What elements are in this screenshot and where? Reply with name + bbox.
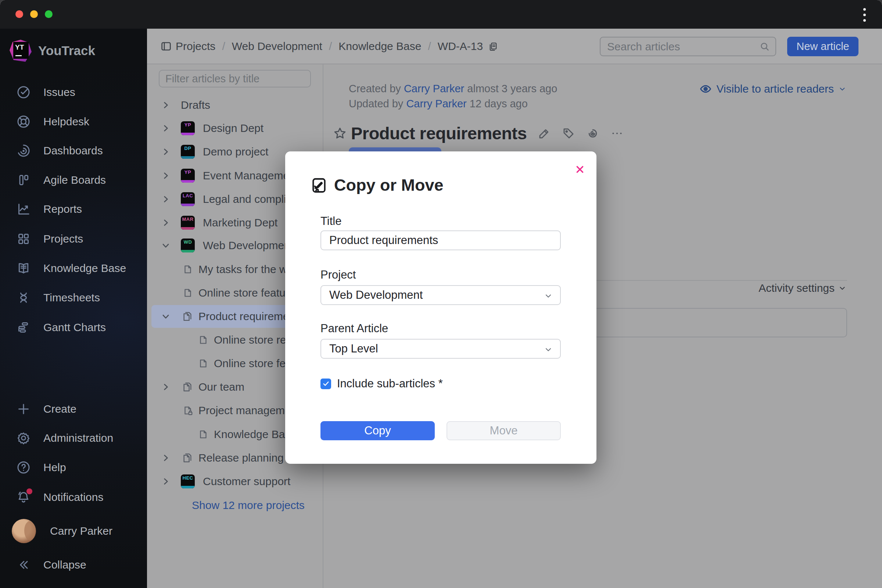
article-pages-icon <box>182 310 193 322</box>
sidebar-item-issues[interactable]: Issues <box>0 78 147 107</box>
panel-toggle-icon[interactable] <box>160 40 172 52</box>
filter-placeholder: Filter articles by title <box>165 73 260 85</box>
search-input[interactable]: Search articles <box>600 37 776 56</box>
sidebar-item-dashboards[interactable]: Dashboards <box>0 136 147 165</box>
article-pages-icon <box>182 381 193 393</box>
title-field[interactable]: Product requirements <box>321 230 561 250</box>
project-avatar: LAC <box>181 192 195 206</box>
sidebar-item-profile[interactable]: Carry Parker <box>0 516 147 546</box>
hourglass-icon <box>15 290 32 306</box>
article-page-icon <box>198 334 209 345</box>
collapse-chevrons-icon <box>15 557 32 573</box>
check-circle-icon <box>15 84 32 100</box>
project-field-label: Project <box>321 268 356 282</box>
activity-settings-button[interactable]: Activity settings <box>759 282 846 294</box>
sidebar-item-collapse[interactable]: Collapse <box>0 550 147 579</box>
close-icon[interactable] <box>574 164 585 175</box>
avatar <box>12 519 36 543</box>
project-select[interactable]: Web Development <box>321 285 561 305</box>
dialog-title: Copy or Move <box>334 176 444 195</box>
breadcrumb-article-id[interactable]: WD-A-13 <box>438 40 483 52</box>
edit-pencil-icon[interactable] <box>538 127 551 140</box>
chevron-down-icon <box>838 284 846 292</box>
grid-squares-icon <box>15 231 32 247</box>
sidebar-item-projects[interactable]: Projects <box>0 224 147 254</box>
move-button[interactable]: Move <box>447 421 561 440</box>
close-window-button[interactable] <box>15 10 23 18</box>
breadcrumb-projects[interactable]: Projects <box>176 40 215 52</box>
plus-icon <box>15 401 32 417</box>
article-pages-icon <box>182 452 193 464</box>
copy-button[interactable]: Copy <box>321 421 435 440</box>
more-actions-icon[interactable] <box>610 127 624 140</box>
sidebar-item-administration[interactable]: Administration <box>0 423 147 453</box>
open-book-icon <box>15 260 32 276</box>
tree-item-drafts[interactable]: Drafts <box>147 94 323 117</box>
gauge-spiral-icon <box>15 142 32 159</box>
tree-item-customer-support[interactable]: HEC Customer support <box>147 470 323 493</box>
updated-meta: Updated by Carry Parker 12 days ago <box>349 98 528 110</box>
sidebar-item-reports[interactable]: Reports <box>0 194 147 224</box>
tree-item-design-dept[interactable]: YP Design Dept <box>147 117 323 140</box>
project-avatar: HEC <box>181 474 195 488</box>
sidebar: YT YouTrack Issues Helpdesk Dashboards A… <box>0 28 147 588</box>
show-more-projects-link[interactable]: Show 12 more projects <box>192 494 304 517</box>
bell-icon <box>15 489 32 506</box>
youtrack-logo-icon[interactable]: YT <box>9 39 33 63</box>
copy-move-article-icon <box>310 177 327 194</box>
chevron-right-icon[interactable] <box>161 453 171 463</box>
fullscreen-window-button[interactable] <box>45 10 52 18</box>
mention-icon[interactable] <box>586 127 599 140</box>
chevron-right-icon[interactable] <box>161 123 171 133</box>
new-article-button[interactable]: New article <box>787 37 858 56</box>
sidebar-item-create[interactable]: Create <box>0 394 147 424</box>
chevron-right-icon[interactable] <box>161 171 171 180</box>
created-user-link[interactable]: Carry Parker <box>404 82 464 94</box>
kebab-vertical-icon[interactable] <box>857 7 872 23</box>
project-avatar: YP <box>181 121 195 135</box>
breadcrumb-knowledge-base[interactable]: Knowledge Base <box>339 40 421 52</box>
chevron-down-icon <box>838 85 846 93</box>
project-avatar: DP <box>181 145 195 159</box>
window-titlebar <box>0 0 882 28</box>
project-avatar: MAR <box>181 216 195 230</box>
article-page-icon <box>182 264 193 275</box>
checkbox-label: Include sub-articles * <box>337 377 443 390</box>
app-title: YouTrack <box>38 44 95 58</box>
parent-article-select[interactable]: Top Level <box>321 339 561 358</box>
gantt-bars-icon <box>15 320 32 336</box>
chevron-right-icon[interactable] <box>161 147 171 156</box>
minimize-window-button[interactable] <box>30 10 38 18</box>
sidebar-item-notifications[interactable]: Notifications <box>0 483 147 512</box>
tag-icon[interactable] <box>562 127 575 140</box>
article-page-lock-icon <box>182 405 193 416</box>
parent-article-field-label: Parent Article <box>321 322 388 335</box>
article-title-row: Product requirements <box>333 123 624 143</box>
chevron-right-icon[interactable] <box>161 218 171 228</box>
sidebar-item-helpdesk[interactable]: Helpdesk <box>0 107 147 136</box>
chevron-right-icon[interactable] <box>161 477 171 486</box>
copy-id-icon[interactable] <box>488 42 498 52</box>
chevron-right-icon[interactable] <box>161 100 171 110</box>
sidebar-item-help[interactable]: Help <box>0 453 147 482</box>
updated-user-link[interactable]: Carry Parker <box>406 98 466 110</box>
sidebar-item-agile-boards[interactable]: Agile Boards <box>0 165 147 195</box>
sidebar-item-gantt-charts[interactable]: Gantt Charts <box>0 313 147 342</box>
breadcrumb: Projects / Web Development / Knowledge B… <box>176 28 498 64</box>
chevron-down-icon <box>544 291 553 300</box>
chevron-down-icon[interactable] <box>161 241 171 250</box>
star-icon[interactable] <box>333 126 347 141</box>
chevron-right-icon[interactable] <box>161 382 171 392</box>
sidebar-item-timesheets[interactable]: Timesheets <box>0 283 147 312</box>
checkbox-checked[interactable] <box>321 378 331 389</box>
chevron-right-icon[interactable] <box>161 194 171 204</box>
project-avatar: WD <box>181 238 195 252</box>
gear-icon <box>15 430 32 446</box>
visibility-selector[interactable]: Visible to article readers <box>699 82 846 95</box>
sidebar-item-knowledge-base[interactable]: Knowledge Base <box>0 254 147 283</box>
include-sub-articles-row[interactable]: Include sub-articles * <box>321 377 443 390</box>
filter-articles-input[interactable]: Filter articles by title <box>159 70 311 87</box>
chevron-down-icon[interactable] <box>161 312 171 321</box>
user-name: Carry Parker <box>50 525 112 537</box>
breadcrumb-project[interactable]: Web Development <box>232 40 322 52</box>
